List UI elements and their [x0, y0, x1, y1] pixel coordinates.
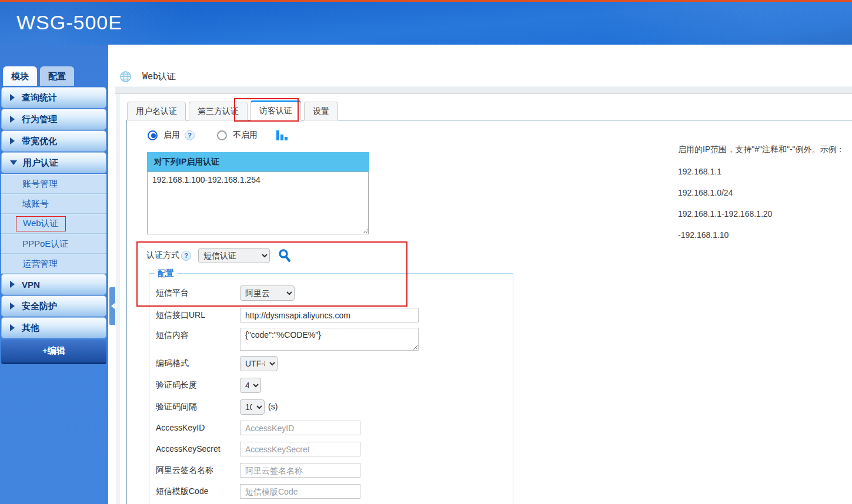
toolbar-strip — [115, 86, 852, 94]
config-row-content: 短信内容{"code":"%CODE%"} — [156, 328, 419, 351]
config-row-signname: 阿里云签名名称 — [156, 463, 360, 478]
sidebar-item[interactable]: PPPoE认证 — [1, 234, 106, 254]
page-tabs: 用户名认证第三方认证访客认证设置 — [127, 100, 338, 120]
page-tab[interactable]: 用户名认证 — [127, 102, 186, 120]
codelen-select[interactable]: 4 — [240, 378, 261, 393]
ip-section-header: 对下列IP启用认证 — [147, 152, 369, 172]
sidebar-group[interactable]: 其他 — [1, 317, 106, 338]
config-row-interval: 验证码间隔10(s) — [156, 399, 278, 415]
interval-select[interactable]: 10 — [240, 399, 265, 415]
config-row-akid: AccessKeyID — [156, 421, 360, 435]
sidebar-group[interactable]: 查询统计 — [1, 87, 106, 108]
field-suffix: (s) — [268, 399, 278, 411]
chevron-right-icon — [10, 324, 15, 331]
content-textarea[interactable]: {"code":"%CODE%"} — [240, 328, 419, 351]
config-row-url: 短信接口URL — [156, 308, 419, 322]
field-label-interval: 验证码间隔 — [156, 399, 240, 412]
globe-icon — [120, 71, 131, 82]
platform-select[interactable]: 阿里云 — [240, 285, 295, 301]
header-decoration — [0, 2, 852, 45]
ip-help-examples: 192.168.1.1192.168.1.0/24192.168.1.1-192… — [678, 167, 845, 240]
chevron-right-icon — [10, 303, 15, 310]
disable-radio[interactable] — [217, 130, 227, 140]
chevron-right-icon — [10, 116, 15, 123]
sidebar-item[interactable]: 运营管理 — [1, 254, 106, 274]
sidebar-tab-config[interactable]: 配置 — [40, 66, 74, 86]
enable-radio[interactable] — [148, 130, 158, 140]
field-label-content: 短信内容 — [156, 328, 240, 341]
app-title: WSG-500E — [16, 11, 122, 34]
sidebar-group[interactable]: 安全防护 — [1, 295, 106, 317]
disable-radio-label: 不启用 — [233, 130, 258, 140]
sidebar-tab-modules[interactable]: 模块 — [3, 66, 37, 86]
config-row-template: 短信模版Code — [156, 484, 360, 499]
sidebar: 模块配置 查询统计行为管理带宽优化用户认证账号管理域账号Web认证PPPoE认证… — [0, 45, 108, 504]
search-icon[interactable] — [278, 248, 291, 263]
sidebar-menu: 查询统计行为管理带宽优化用户认证账号管理域账号Web认证PPPoE认证运营管理V… — [1, 87, 106, 364]
auth-method-label: 认证方式 — [146, 250, 179, 261]
sidebar-group[interactable]: 行为管理 — [1, 109, 106, 130]
config-row-aksecret: AccessKeySecret — [156, 442, 360, 456]
sidebar-item[interactable]: Web认证 — [1, 214, 106, 234]
sidebar-edit-button[interactable]: +编辑 — [1, 340, 106, 364]
config-row-platform: 短信平台阿里云 — [156, 285, 295, 301]
sidebar-group-label: 查询统计 — [22, 92, 57, 103]
sidebar-group-label: 带宽优化 — [22, 136, 57, 147]
field-label-platform: 短信平台 — [156, 285, 240, 298]
page-title-row: Web认证 — [120, 71, 176, 82]
encoding-select[interactable]: UTF-8 — [240, 356, 278, 371]
ip-help-example: 192.168.1.1 — [678, 167, 845, 176]
config-legend: 配置 — [155, 268, 177, 279]
sidebar-item-label: PPPoE认证 — [22, 238, 68, 250]
sidebar-item-label: 运营管理 — [22, 258, 58, 270]
field-label-aksecret: AccessKeySecret — [156, 442, 240, 453]
sidebar-tabs: 模块配置 — [3, 66, 74, 86]
page-tab[interactable]: 第三方认证 — [189, 102, 248, 120]
app-window: WSG-500E 模块配置 查询统计行为管理带宽优化用户认证账号管理域账号Web… — [0, 0, 852, 504]
ip-help-text: 启用的IP范围，支持"#"注释和"-"例外。示例： 192.168.1.1192… — [678, 145, 845, 251]
sidebar-group-label: 安全防护 — [22, 301, 57, 312]
field-label-signname: 阿里云签名名称 — [156, 463, 240, 476]
aksecret-input[interactable] — [240, 442, 360, 456]
content-gutter — [115, 86, 121, 504]
signname-input[interactable] — [240, 463, 360, 478]
chevron-right-icon — [10, 137, 15, 145]
chevron-down-icon — [10, 160, 17, 165]
sidebar-item-label: 账号管理 — [22, 179, 58, 190]
field-label-url: 短信接口URL — [156, 308, 240, 321]
sidebar-group[interactable]: 带宽优化 — [1, 130, 106, 152]
auth-method-help-icon[interactable]: ? — [181, 251, 191, 261]
config-row-codelen: 验证码长度4 — [156, 378, 261, 393]
stats-chart-icon[interactable] — [276, 130, 288, 140]
field-label-codelen: 验证码长度 — [156, 378, 240, 391]
ip-help-example: 192.168.1.1-192.168.1.20 — [678, 209, 845, 219]
page-tab[interactable]: 设置 — [304, 102, 338, 120]
sidebar-group[interactable]: VPN — [1, 274, 106, 295]
page-tab[interactable]: 访客认证 — [250, 100, 301, 120]
enable-radio-group: 启用 ? 不启用 — [148, 130, 288, 140]
collapse-left-icon — [111, 303, 115, 309]
help-question-icon[interactable]: ? — [185, 130, 195, 140]
url-input[interactable] — [240, 308, 419, 322]
field-label-template: 短信模版Code — [156, 484, 240, 497]
sidebar-group-label: 其他 — [22, 322, 39, 334]
sidebar-item-label: 域账号 — [22, 199, 49, 210]
enable-radio-label: 启用 — [163, 130, 180, 140]
sidebar-group-label: 行为管理 — [22, 114, 57, 125]
config-row-encoding: 编码格式UTF-8 — [156, 356, 278, 371]
sidebar-item-label: Web认证 — [16, 216, 66, 231]
sidebar-item[interactable]: 账号管理 — [1, 174, 106, 194]
sidebar-item[interactable]: 域账号 — [1, 194, 106, 214]
app-header: WSG-500E — [0, 2, 852, 45]
template-input[interactable] — [240, 484, 360, 499]
page-title: Web认证 — [142, 71, 176, 82]
ip-help-example: -192.168.1.10 — [678, 230, 845, 240]
akid-input[interactable] — [240, 421, 360, 435]
field-label-encoding: 编码格式 — [156, 356, 240, 369]
sidebar-group-label: VPN — [22, 280, 40, 290]
chevron-right-icon — [10, 94, 15, 101]
auth-method-select[interactable]: 短信认证 — [198, 248, 270, 263]
sidebar-group[interactable]: 用户认证 — [1, 152, 106, 173]
auth-method-row: 认证方式 ? 短信认证 — [146, 248, 291, 263]
ip-range-textarea[interactable]: 192.168.1.100-192.168.1.254 — [147, 172, 369, 234]
